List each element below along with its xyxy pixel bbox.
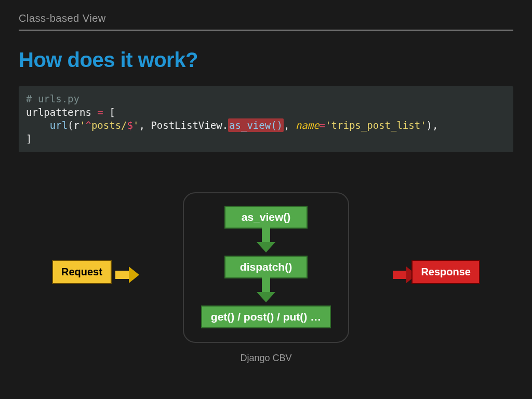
code-name-kw: name <box>296 119 320 131</box>
code-comma1: , <box>139 119 151 131</box>
slide: Class-based View How does it work? # url… <box>0 0 532 399</box>
code-rparen: ) <box>427 119 432 131</box>
code-regex-body: posts/ <box>91 119 127 131</box>
code-lbracket: [ <box>109 107 115 118</box>
code-r-prefix: r <box>74 119 79 131</box>
code-block: # urls.py urlpatterns = [ url(r'^posts/$… <box>19 86 513 152</box>
flow-step-methods: get() / post() / put() … <box>201 305 331 328</box>
response-box: Response <box>411 260 480 284</box>
code-regex-close: ' <box>133 119 139 131</box>
flow-step-dispatch: dispatch() <box>224 256 308 278</box>
arrow-down-stem <box>262 277 270 292</box>
code-as-view-highlight: as_view() <box>228 118 284 132</box>
flow-step-as-view: as_view() <box>224 206 308 229</box>
arrow-stem <box>393 271 406 279</box>
code-indent <box>26 119 50 131</box>
code-url-fn: url <box>50 119 68 131</box>
flow-container-label: Django CBV <box>240 353 291 364</box>
arrow-down-icon <box>257 242 275 252</box>
code-eq: = <box>91 107 109 118</box>
code-regex-dollar: $ <box>127 119 133 131</box>
arrow-down-icon <box>257 292 275 302</box>
code-rbracket: ] <box>26 133 32 144</box>
code-name-val: 'trips_post_list' <box>325 119 426 131</box>
code-trailing-comma: , <box>432 119 438 131</box>
section-header: Class-based View <box>19 12 513 30</box>
code-regex-caret: ^ <box>85 119 91 131</box>
code-view-cls: PostListView <box>151 119 222 131</box>
cbv-container: as_view() dispatch() get() / post() / pu… <box>183 192 349 343</box>
code-regex-open: ' <box>79 119 85 131</box>
code-lparen: ( <box>68 119 73 131</box>
code-dot: . <box>222 119 228 131</box>
arrow-down-stem <box>262 228 270 242</box>
code-comma2: , <box>284 119 296 131</box>
header-rule <box>19 30 513 31</box>
code-comment: # urls.py <box>26 93 79 104</box>
code-name-eq: = <box>320 119 325 131</box>
slide-title: How does it work? <box>19 48 513 72</box>
code-lhs: urlpatterns <box>26 107 91 118</box>
